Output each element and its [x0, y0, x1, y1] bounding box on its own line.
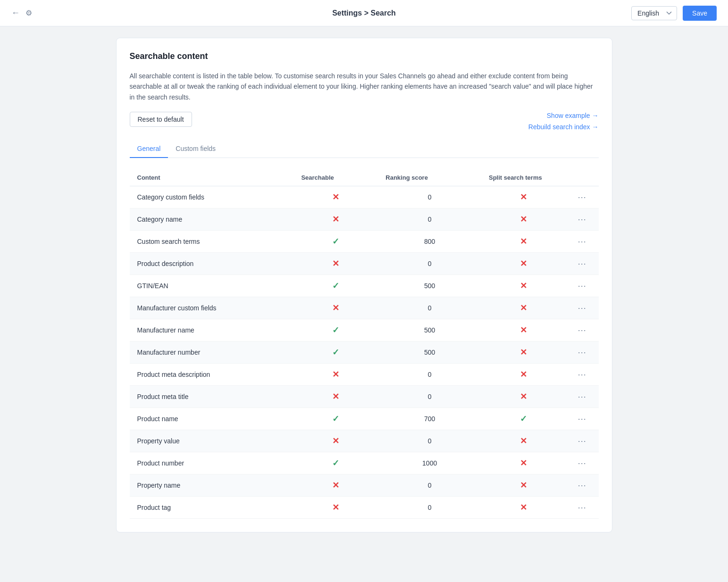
- cell-searchable[interactable]: ✕: [293, 297, 378, 319]
- cell-actions[interactable]: ···: [566, 253, 599, 275]
- tab-custom-fields[interactable]: Custom fields: [168, 140, 223, 158]
- cell-searchable[interactable]: ✕: [293, 208, 378, 231]
- cell-split[interactable]: ✕: [481, 275, 566, 297]
- cell-split[interactable]: ✕: [481, 430, 566, 452]
- cross-icon: ✕: [332, 370, 339, 379]
- check-icon: ✓: [332, 325, 339, 335]
- tab-general[interactable]: General: [130, 140, 168, 158]
- cell-content: Property name: [130, 474, 294, 497]
- cell-actions[interactable]: ···: [566, 186, 599, 208]
- cell-actions[interactable]: ···: [566, 497, 599, 519]
- check-icon: ✓: [332, 348, 339, 357]
- cell-searchable[interactable]: ✓: [293, 231, 378, 253]
- cell-searchable[interactable]: ✕: [293, 186, 378, 208]
- row-actions-menu-icon[interactable]: ···: [578, 281, 586, 291]
- col-header-actions: [566, 169, 599, 186]
- cell-searchable[interactable]: ✕: [293, 430, 378, 452]
- cell-split[interactable]: ✕: [481, 319, 566, 341]
- cell-split[interactable]: ✕: [481, 208, 566, 231]
- row-actions-menu-icon[interactable]: ···: [578, 192, 586, 202]
- reset-to-default-button[interactable]: Reset to default: [130, 112, 192, 127]
- cell-searchable[interactable]: ✓: [293, 452, 378, 474]
- cell-ranking: 0: [378, 186, 481, 208]
- cell-split[interactable]: ✕: [481, 364, 566, 386]
- cell-split[interactable]: ✕: [481, 186, 566, 208]
- cell-content: Product description: [130, 253, 294, 275]
- tabs-container: General Custom fields: [130, 140, 599, 158]
- cell-content: Product meta description: [130, 364, 294, 386]
- row-actions-menu-icon[interactable]: ···: [578, 503, 586, 512]
- cell-actions[interactable]: ···: [566, 452, 599, 474]
- cross-icon: ✕: [520, 259, 527, 268]
- save-button[interactable]: Save: [683, 6, 717, 21]
- cross-icon: ✕: [332, 303, 339, 313]
- row-actions-menu-icon[interactable]: ···: [578, 237, 586, 246]
- row-actions-menu-icon[interactable]: ···: [578, 436, 586, 446]
- cell-searchable[interactable]: ✕: [293, 497, 378, 519]
- check-icon: ✓: [332, 237, 339, 246]
- cell-actions[interactable]: ···: [566, 386, 599, 408]
- row-actions-menu-icon[interactable]: ···: [578, 259, 586, 268]
- show-example-link[interactable]: Show example →: [547, 112, 599, 119]
- cell-split[interactable]: ✕: [481, 474, 566, 497]
- cell-actions[interactable]: ···: [566, 474, 599, 497]
- cell-content: Product meta title: [130, 386, 294, 408]
- row-actions-menu-icon[interactable]: ···: [578, 392, 586, 401]
- header: ← ⚙ Settings > Search EnglishGermanFrenc…: [0, 0, 728, 26]
- cell-actions[interactable]: ···: [566, 364, 599, 386]
- header-right: EnglishGermanFrenchSpanish Save: [631, 6, 717, 21]
- cross-icon: ✕: [520, 348, 527, 357]
- cell-split[interactable]: ✕: [481, 341, 566, 364]
- searchable-content-card: Searchable content All searchable conten…: [116, 38, 612, 532]
- cell-searchable[interactable]: ✓: [293, 275, 378, 297]
- col-header-searchable: Searchable: [293, 169, 378, 186]
- cell-searchable[interactable]: ✓: [293, 319, 378, 341]
- links-column: Show example → Rebuild search index →: [528, 112, 599, 131]
- cell-actions[interactable]: ···: [566, 231, 599, 253]
- cell-split[interactable]: ✕: [481, 497, 566, 519]
- cell-content: Custom search terms: [130, 231, 294, 253]
- table-header: Content Searchable Ranking score Split s…: [130, 169, 599, 186]
- language-select[interactable]: EnglishGermanFrenchSpanish: [631, 6, 677, 20]
- cell-searchable[interactable]: ✕: [293, 474, 378, 497]
- page-title: Settings > Search: [332, 9, 396, 17]
- row-actions-menu-icon[interactable]: ···: [578, 303, 586, 313]
- cell-split[interactable]: ✕: [481, 231, 566, 253]
- cell-split[interactable]: ✕: [481, 386, 566, 408]
- cell-searchable[interactable]: ✓: [293, 341, 378, 364]
- cell-content: Manufacturer custom fields: [130, 297, 294, 319]
- cell-searchable[interactable]: ✕: [293, 253, 378, 275]
- section-title: Searchable content: [130, 51, 599, 61]
- back-icon[interactable]: ←: [11, 8, 20, 18]
- cross-icon: ✕: [520, 436, 527, 446]
- row-actions-menu-icon[interactable]: ···: [578, 215, 586, 224]
- cell-searchable[interactable]: ✕: [293, 386, 378, 408]
- cell-split[interactable]: ✕: [481, 452, 566, 474]
- row-actions-menu-icon[interactable]: ···: [578, 348, 586, 357]
- cell-actions[interactable]: ···: [566, 275, 599, 297]
- cell-actions[interactable]: ···: [566, 408, 599, 430]
- table-row: Property value✕0✕···: [130, 430, 599, 452]
- cell-content: Category name: [130, 208, 294, 231]
- cell-split[interactable]: ✓: [481, 408, 566, 430]
- cell-searchable[interactable]: ✕: [293, 364, 378, 386]
- cell-actions[interactable]: ···: [566, 208, 599, 231]
- header-left: ← ⚙: [11, 8, 32, 18]
- rebuild-search-index-link[interactable]: Rebuild search index →: [528, 123, 599, 131]
- cell-content: Product tag: [130, 497, 294, 519]
- cell-actions[interactable]: ···: [566, 341, 599, 364]
- cell-actions[interactable]: ···: [566, 319, 599, 341]
- row-actions-menu-icon[interactable]: ···: [578, 458, 586, 468]
- gear-icon[interactable]: ⚙: [25, 8, 32, 17]
- cell-split[interactable]: ✕: [481, 253, 566, 275]
- actions-row: Reset to default Show example → Rebuild …: [130, 112, 599, 131]
- row-actions-menu-icon[interactable]: ···: [578, 325, 586, 335]
- cell-actions[interactable]: ···: [566, 430, 599, 452]
- cell-content: Manufacturer name: [130, 319, 294, 341]
- cell-searchable[interactable]: ✓: [293, 408, 378, 430]
- cell-actions[interactable]: ···: [566, 297, 599, 319]
- cell-split[interactable]: ✕: [481, 297, 566, 319]
- row-actions-menu-icon[interactable]: ···: [578, 414, 586, 424]
- row-actions-menu-icon[interactable]: ···: [578, 481, 586, 490]
- row-actions-menu-icon[interactable]: ···: [578, 370, 586, 379]
